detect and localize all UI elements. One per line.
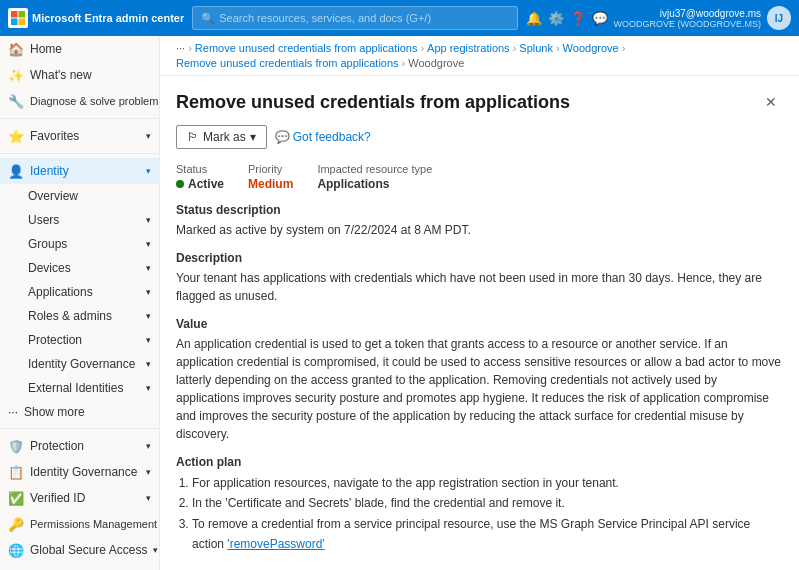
status-item: Status Active (176, 163, 224, 191)
action-plan-steps: For application resources, navigate to t… (176, 473, 783, 555)
sidebar-item-identity-governance2[interactable]: 📋 Identity Governance ▾ (0, 459, 159, 485)
chevron-down-icon: ▾ (146, 131, 151, 141)
sidebar-item-label: Identity Governance (28, 357, 135, 371)
sidebar-item-permissions[interactable]: 🔑 Permissions Management (0, 511, 159, 537)
page-body: Remove unused credentials from applicati… (160, 76, 799, 570)
sidebar-item-label: External Identities (28, 381, 123, 395)
main-content: ··· › Remove unused credentials from app… (160, 36, 799, 570)
sidebar-item-applications[interactable]: Applications ▾ (0, 280, 159, 304)
sidebar-item-label: Devices (28, 261, 71, 275)
sidebar-item-label: Users (28, 213, 59, 227)
feedback-icon[interactable]: 💬 (592, 11, 608, 26)
nav-icons: 🔔 ⚙️ ❓ 💬 ivju37@woodgrove.ms WOODGROVE (… (526, 6, 792, 30)
sidebar-item-protection[interactable]: Protection ▾ (0, 328, 159, 352)
sidebar-item-show-more[interactable]: ··· Show more (0, 400, 159, 424)
chevron-down-icon: ▾ (146, 441, 151, 451)
chevron-down-icon: ▾ (146, 166, 151, 176)
action-step-2: In the 'Certificate and Secrets' blade, … (192, 493, 783, 513)
breadcrumb-link-2[interactable]: App registrations (427, 42, 510, 54)
description-title: Description (176, 251, 783, 265)
action-step-1: For application resources, navigate to t… (192, 473, 783, 493)
page-title: Remove unused credentials from applicati… (176, 92, 570, 113)
value-title: Value (176, 317, 783, 331)
svg-rect-1 (19, 11, 26, 18)
sidebar-item-label: Diagnose & solve problems (30, 95, 159, 107)
sidebar-item-identity-governance[interactable]: Identity Governance ▾ (0, 352, 159, 376)
active-dot (176, 180, 184, 188)
globe-icon: 🌐 (8, 542, 24, 558)
breadcrumb-link-1[interactable]: Remove unused credentials from applicati… (195, 42, 418, 54)
mark-as-button[interactable]: 🏳 Mark as ▾ (176, 125, 267, 149)
sidebar-item-overview[interactable]: Overview (0, 184, 159, 208)
priority-item: Priority Medium (248, 163, 293, 191)
priority-label: Priority (248, 163, 293, 175)
sidebar-item-diagnose[interactable]: 🔧 Diagnose & solve problems (0, 88, 159, 114)
notification-icon[interactable]: 🔔 (526, 11, 542, 26)
verified-icon: ✅ (8, 490, 24, 506)
sidebar-item-global-secure[interactable]: 🌐 Global Secure Access ▾ (0, 537, 159, 563)
remove-password-link[interactable]: 'removePassword' (227, 537, 324, 551)
chevron-down-icon: ▾ (153, 545, 158, 555)
status-description-text: Marked as active by system on 7/22/2024 … (176, 221, 783, 239)
sidebar-item-identity[interactable]: 👤 Identity ▾ (0, 158, 159, 184)
sidebar-item-roles-admins[interactable]: Roles & admins ▾ (0, 304, 159, 328)
feedback-link[interactable]: 💬 Got feedback? (275, 130, 371, 144)
sidebar-item-label: Identity (30, 164, 69, 178)
help-icon[interactable]: ❓ (570, 11, 586, 26)
sidebar-item-label: Home (30, 42, 62, 56)
app-logo: Microsoft Entra admin center (8, 8, 184, 28)
sidebar-item-label: Protection (30, 439, 84, 453)
dropdown-chevron-icon: ▾ (250, 130, 256, 144)
svg-rect-2 (11, 19, 18, 26)
chevron-down-icon: ▾ (146, 215, 151, 225)
sidebar-item-users[interactable]: Users ▾ (0, 208, 159, 232)
feedback-label: Got feedback? (293, 130, 371, 144)
user-info: ivju37@woodgrove.ms WOODGROVE (WOODGROVE… (614, 8, 762, 29)
sidebar-item-label: Protection (28, 333, 82, 347)
value-text: An application credential is used to get… (176, 335, 783, 443)
sidebar-item-whats-new[interactable]: ✨ What's new (0, 62, 159, 88)
description-text: Your tenant has applications with creden… (176, 269, 783, 305)
sidebar-item-devices[interactable]: Devices ▾ (0, 256, 159, 280)
mark-as-label: Mark as (203, 130, 246, 144)
sidebar-item-label: Permissions Management (30, 518, 157, 530)
breadcrumb-current: Woodgrove (408, 57, 464, 69)
resource-type-item: Impacted resource type Applications (317, 163, 432, 191)
chevron-down-icon: ▾ (146, 311, 151, 321)
governance-icon: 📋 (8, 464, 24, 480)
breadcrumb-ellipsis: ··· (176, 42, 185, 54)
sidebar-item-label: Roles & admins (28, 309, 112, 323)
chevron-down-icon: ▾ (146, 287, 151, 297)
sidebar-item-groups[interactable]: Groups ▾ (0, 232, 159, 256)
main-layout: 🏠 Home ✨ What's new 🔧 Diagnose & solve p… (0, 36, 799, 570)
impacted-resources-section: Impacted resources 🏳 Mark as ▾ 🔍 Show da… (176, 567, 783, 570)
sidebar-sep-1 (0, 118, 159, 119)
breadcrumb: ··· › Remove unused credentials from app… (160, 36, 799, 76)
sidebar-item-external-identities[interactable]: External Identities ▾ (0, 376, 159, 400)
sidebar-item-favorites[interactable]: ⭐ Favorites ▾ (0, 123, 159, 149)
sidebar-sep-2 (0, 153, 159, 154)
sidebar-item-label: Applications (28, 285, 93, 299)
close-button[interactable]: ✕ (759, 92, 783, 112)
action-step-3: To remove a credential from a service pr… (192, 514, 783, 555)
breadcrumb-link-3[interactable]: Splunk (519, 42, 553, 54)
sidebar: 🏠 Home ✨ What's new 🔧 Diagnose & solve p… (0, 36, 160, 570)
resource-type-label: Impacted resource type (317, 163, 432, 175)
global-search[interactable]: 🔍 Search resources, services, and docs (… (192, 6, 517, 30)
breadcrumb-link-5[interactable]: Remove unused credentials from applicati… (176, 57, 399, 69)
chevron-down-icon: ▾ (146, 239, 151, 249)
status-row: Status Active Priority Medium Impacted r… (176, 163, 783, 191)
chevron-down-icon: ▾ (146, 263, 151, 273)
status-label: Status (176, 163, 224, 175)
settings-icon[interactable]: ⚙️ (548, 11, 564, 26)
value-section: Value An application credential is used … (176, 317, 783, 443)
breadcrumb-link-4[interactable]: Woodgrove (563, 42, 619, 54)
sidebar-item-verified-id[interactable]: ✅ Verified ID ▾ (0, 485, 159, 511)
sidebar-item-protection2[interactable]: 🛡️ Protection ▾ (0, 433, 159, 459)
sidebar-item-home[interactable]: 🏠 Home (0, 36, 159, 62)
feedback-icon: 💬 (275, 130, 290, 144)
key-icon: 🔑 (8, 516, 24, 532)
search-placeholder-text: Search resources, services, and docs (G+… (219, 12, 431, 24)
avatar[interactable]: IJ (767, 6, 791, 30)
status-description-section: Status description Marked as active by s… (176, 203, 783, 239)
